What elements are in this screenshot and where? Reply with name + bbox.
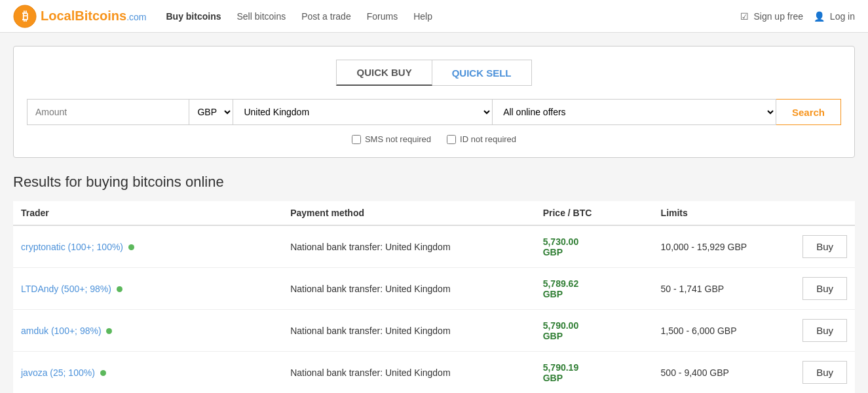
trader-link[interactable]: LTDAndy (500+; 98%) (21, 284, 111, 294)
price-cell: 5,790.19GBP (535, 352, 653, 394)
table-row: amduk (100+; 98%) National bank transfer… (13, 310, 855, 352)
results-title: Results for buying bitcoins online (13, 174, 855, 191)
tab-quick-sell[interactable]: QUICK SELL (432, 60, 532, 86)
offers-select[interactable]: All online offers National bank transfer… (493, 99, 776, 125)
table-row: cryptonatic (100+; 100%) National bank t… (13, 225, 855, 268)
trader-cell: LTDAndy (500+; 98%) (13, 268, 282, 310)
log-in-link[interactable]: 👤 Log in (814, 11, 855, 22)
nav-forums[interactable]: Forums (367, 11, 398, 22)
sign-up-link[interactable]: ☑ Sign up free (740, 11, 803, 22)
quick-tabs: QUICK BUY QUICK SELL (27, 60, 841, 86)
filter-sms[interactable]: SMS not required (352, 134, 431, 144)
action-cell: Buy (787, 310, 855, 352)
nav-sell-bitcoins[interactable]: Sell bitcoins (237, 11, 286, 22)
nav-buy-bitcoins[interactable]: Buy bitcoins (166, 11, 221, 22)
action-cell: Buy (787, 268, 855, 310)
country-select[interactable]: United Kingdom United States Germany (233, 99, 493, 125)
limits-cell: 500 - 9,400 GBP (653, 352, 788, 394)
logo[interactable]: ₿ LocalBitcoins.com (13, 5, 146, 28)
buy-button[interactable]: Buy (802, 277, 847, 300)
action-cell: Buy (787, 352, 855, 394)
filter-id[interactable]: ID not required (447, 134, 516, 144)
id-checkbox[interactable] (447, 135, 456, 144)
payment-cell: National bank transfer: United Kingdom (282, 352, 535, 394)
nav-help[interactable]: Help (413, 11, 432, 22)
results-table: Trader Payment method Price / BTC Limits… (13, 201, 855, 393)
buy-button[interactable]: Buy (802, 361, 847, 384)
table-header-row: Trader Payment method Price / BTC Limits (13, 201, 855, 225)
payment-cell: National bank transfer: United Kingdom (282, 268, 535, 310)
main-content: QUICK BUY QUICK SELL GBP USD EUR United … (0, 33, 868, 393)
online-indicator (117, 286, 123, 292)
col-header-payment: Payment method (282, 201, 535, 225)
trader-cell: amduk (100+; 98%) (13, 310, 282, 352)
currency-select[interactable]: GBP USD EUR (189, 99, 233, 125)
nav-links: Buy bitcoins Sell bitcoins Post a trade … (166, 11, 740, 22)
brand-name: LocalBitcoins.com (41, 9, 146, 24)
payment-cell: National bank transfer: United Kingdom (282, 310, 535, 352)
amount-input[interactable] (27, 99, 189, 125)
limits-cell: 1,500 - 6,000 GBP (653, 310, 788, 352)
payment-cell: National bank transfer: United Kingdom (282, 225, 535, 268)
logo-icon: ₿ (13, 5, 37, 28)
buy-button[interactable]: Buy (802, 319, 847, 342)
nav-post-trade[interactable]: Post a trade (301, 11, 351, 22)
nav-right: ☑ Sign up free 👤 Log in (740, 11, 855, 22)
col-header-trader: Trader (13, 201, 282, 225)
trader-link[interactable]: amduk (100+; 98%) (21, 326, 102, 336)
sms-checkbox[interactable] (352, 135, 361, 144)
search-row: GBP USD EUR United Kingdom United States… (27, 99, 841, 125)
tab-quick-buy[interactable]: QUICK BUY (336, 60, 432, 86)
filter-row: SMS not required ID not required (27, 134, 841, 144)
online-indicator (128, 244, 134, 250)
price-cell: 5,789.62GBP (535, 268, 653, 310)
checkbox-icon: ☑ (740, 11, 749, 22)
search-button[interactable]: Search (776, 99, 841, 125)
user-icon: 👤 (814, 11, 825, 22)
limits-cell: 50 - 1,741 GBP (653, 268, 788, 310)
col-header-action (787, 201, 855, 225)
trader-link[interactable]: cryptonatic (100+; 100%) (21, 242, 123, 252)
col-header-price: Price / BTC (535, 201, 653, 225)
trader-cell: cryptonatic (100+; 100%) (13, 225, 282, 268)
price-cell: 5,790.00GBP (535, 310, 653, 352)
buy-button[interactable]: Buy (802, 235, 847, 258)
price-cell: 5,730.00GBP (535, 225, 653, 268)
online-indicator (100, 370, 106, 376)
col-header-limits: Limits (653, 201, 788, 225)
navbar: ₿ LocalBitcoins.com Buy bitcoins Sell bi… (0, 0, 868, 33)
action-cell: Buy (787, 225, 855, 268)
svg-text:₿: ₿ (22, 10, 28, 23)
trader-cell: javoza (25; 100%) (13, 352, 282, 394)
trader-link[interactable]: javoza (25; 100%) (21, 367, 95, 378)
table-row: LTDAndy (500+; 98%) National bank transf… (13, 268, 855, 310)
limits-cell: 10,000 - 15,929 GBP (653, 225, 788, 268)
online-indicator (106, 328, 112, 334)
quick-panel: QUICK BUY QUICK SELL GBP USD EUR United … (13, 46, 855, 158)
table-row: javoza (25; 100%) National bank transfer… (13, 352, 855, 394)
